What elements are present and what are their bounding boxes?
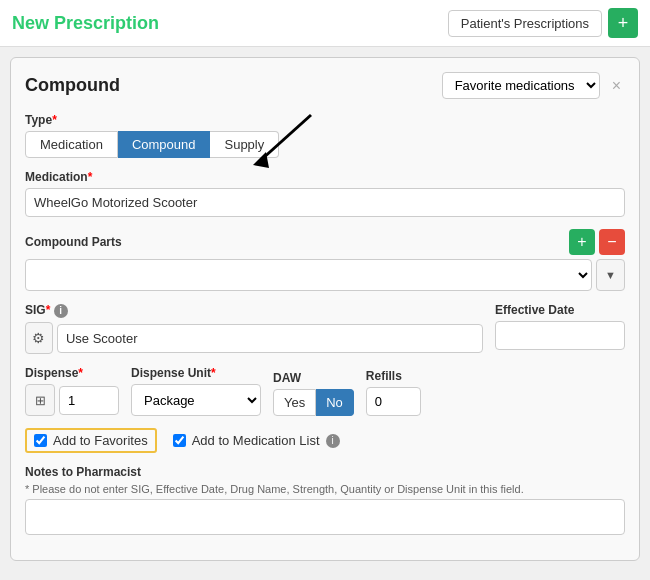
sig-input[interactable] [57, 324, 483, 353]
close-button[interactable]: × [608, 75, 625, 97]
daw-no-button[interactable]: No [316, 389, 354, 416]
notes-warning: * Please do not enter SIG, Effective Dat… [25, 483, 625, 495]
card-header-right: Favorite medications × [442, 72, 625, 99]
add-prescription-button[interactable]: + [608, 8, 638, 38]
daw-buttons: Yes No [273, 389, 354, 416]
dispense-input-row: ⊞ [25, 384, 119, 416]
compound-parts-buttons: + − [569, 229, 625, 255]
add-to-medication-list-label[interactable]: Add to Medication List i [173, 433, 340, 448]
dispense-label: Dispense* [25, 366, 119, 380]
add-to-medication-list-checkbox[interactable] [173, 434, 186, 447]
add-to-favorites-label[interactable]: Add to Favorites [25, 428, 157, 453]
sig-input-row: ⚙ [25, 322, 483, 354]
dispense-calculator-button[interactable]: ⊞ [25, 384, 55, 416]
notes-textarea[interactable] [25, 499, 625, 535]
daw-section: DAW Yes No [273, 371, 354, 416]
dispense-row: Dispense* ⊞ Dispense Unit* Package Table… [25, 366, 625, 416]
type-compound-button[interactable]: Compound [118, 131, 211, 158]
compound-parts-row: Compound Parts + − ▼ [25, 229, 625, 291]
sig-info-icon[interactable]: i [54, 304, 68, 318]
card-header: Compound Favorite medications × [25, 72, 625, 99]
medication-label: Medication* [25, 170, 625, 184]
sig-label: SIG* i [25, 303, 483, 318]
effective-date-input[interactable] [495, 321, 625, 350]
type-buttons: Medication Compound Supply [25, 131, 625, 158]
card-title: Compound [25, 75, 120, 96]
favorites-row: Add to Favorites Add to Medication List … [25, 428, 625, 453]
daw-label: DAW [273, 371, 354, 385]
type-label: Type* [25, 113, 625, 127]
sig-gear-button[interactable]: ⚙ [25, 322, 53, 354]
notes-label: Notes to Pharmacist [25, 465, 625, 479]
favorite-medications-select[interactable]: Favorite medications [442, 72, 600, 99]
notes-section: Notes to Pharmacist * Please do not ente… [25, 465, 625, 538]
top-right-actions: Patient's Prescriptions + [448, 8, 638, 38]
compound-parts-select[interactable] [25, 259, 592, 291]
remove-compound-part-button[interactable]: − [599, 229, 625, 255]
sig-effective-row: SIG* i ⚙ Effective Date [25, 303, 625, 354]
dispense-quantity-input[interactable] [59, 386, 119, 415]
compound-dropdown-arrow-icon[interactable]: ▼ [596, 259, 625, 291]
compound-parts-label: Compound Parts [25, 235, 122, 249]
add-to-favorites-checkbox[interactable] [34, 434, 47, 447]
top-bar: New Prescription Patient's Prescriptions… [0, 0, 650, 47]
dispense-section: Dispense* ⊞ [25, 366, 119, 416]
dispense-unit-section: Dispense Unit* Package Tablet Capsule mL [131, 366, 261, 416]
medication-list-info-icon[interactable]: i [326, 434, 340, 448]
medication-row: Medication* [25, 170, 625, 217]
compound-parts-header: Compound Parts + − [25, 229, 625, 255]
refills-section: Refills [366, 369, 421, 416]
daw-yes-button[interactable]: Yes [273, 389, 316, 416]
refills-input[interactable] [366, 387, 421, 416]
dispense-unit-select[interactable]: Package Tablet Capsule mL [131, 384, 261, 416]
medication-input[interactable] [25, 188, 625, 217]
patient-prescriptions-button[interactable]: Patient's Prescriptions [448, 10, 602, 37]
dispense-unit-label: Dispense Unit* [131, 366, 261, 380]
add-compound-part-button[interactable]: + [569, 229, 595, 255]
effective-date-label: Effective Date [495, 303, 625, 317]
effective-date-section: Effective Date [495, 303, 625, 350]
type-row: Type* Medication Compound Supply [25, 113, 625, 158]
refills-label: Refills [366, 369, 421, 383]
sig-section: SIG* i ⚙ [25, 303, 483, 354]
type-medication-button[interactable]: Medication [25, 131, 118, 158]
prescription-card: Compound Favorite medications × Type* Me… [10, 57, 640, 561]
page-title: New Prescription [12, 13, 159, 34]
type-supply-button[interactable]: Supply [210, 131, 279, 158]
compound-parts-input-row: ▼ [25, 259, 625, 291]
